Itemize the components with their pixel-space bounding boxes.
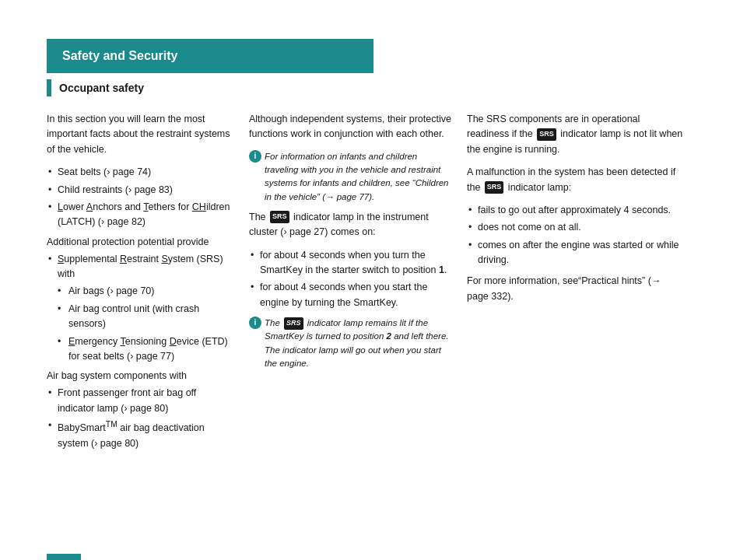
list-item: Seat belts (› page 74) — [47, 165, 233, 180]
middle-intro-para: Although independent systems, their prot… — [249, 112, 451, 142]
list-item: comes on after the engine was started or… — [467, 238, 685, 268]
section-accent-bar — [47, 79, 51, 96]
intro-para: In this section you will learn the most … — [47, 112, 233, 157]
col-middle: Although independent systems, their prot… — [249, 112, 467, 457]
content-area: In this section you will learn the most … — [47, 112, 747, 457]
list-item: Air bags (› page 70) — [47, 284, 233, 299]
right-para-3: For more information, see“Practical hint… — [467, 274, 685, 304]
supplemental-list: Supplemental Restraint System (SRS) with… — [47, 252, 233, 365]
airbag-list: Front passenger front air bag off indica… — [47, 386, 233, 451]
additional-label: Additional protection potential provide — [47, 236, 233, 247]
page-number-box: 68 — [47, 554, 81, 560]
section-heading-row: Occupant safety — [47, 79, 747, 96]
list-item: Air bag control unit (with crash sensors… — [47, 302, 233, 332]
info-block-1: i For information on infants and childre… — [249, 150, 451, 204]
list-item: does not come on at all. — [467, 220, 685, 235]
section-heading: Occupant safety — [59, 82, 144, 94]
col-left: In this section you will learn the most … — [47, 112, 249, 457]
right-para-1: The SRS components are in operational re… — [467, 112, 685, 157]
right-bullet-list: fails to go out after approximately 4 se… — [467, 203, 685, 268]
info-block-2: i The SRS indicator lamp remains lit if … — [249, 317, 451, 370]
list-item: Front passenger front air bag off indica… — [47, 386, 233, 416]
indicator-para: The SRS indicator lamp in the instrument… — [249, 210, 451, 240]
list-item: Supplemental Restraint System (SRS) with — [47, 252, 233, 282]
middle-bullet-list: for about 4 seconds when you turn the Sm… — [249, 248, 451, 311]
info-icon: i — [249, 150, 261, 163]
airbag-label: Air bag system components with — [47, 370, 233, 381]
page-container: Safety and Security Occupant safety In t… — [0, 39, 747, 560]
info-note-2-text: The SRS indicator lamp remains lit if th… — [265, 317, 451, 370]
srs-badge-3: SRS — [537, 128, 556, 141]
col-right: The SRS components are in operational re… — [467, 112, 685, 457]
srs-badge-4: SRS — [485, 181, 504, 194]
list-item: BabySmartTM air bag deactivation system … — [47, 418, 233, 451]
info-icon-2: i — [249, 317, 261, 329]
list-item: for about 4 seconds when you start the e… — [249, 280, 451, 310]
info-note-text: For information on infants and children … — [265, 150, 451, 204]
header-title: Safety and Security — [62, 49, 178, 63]
list-item: Child restraints (› page 83) — [47, 183, 233, 198]
list-item: Emergency Tensioning Device (ETD) for se… — [47, 334, 233, 365]
srs-badge: SRS — [270, 211, 289, 223]
srs-badge-2: SRS — [284, 317, 303, 330]
list-item: Lower Anchors and Tethers for CHildren (… — [47, 200, 233, 230]
header-bar: Safety and Security — [47, 39, 374, 73]
right-para-2: A malfunction in the system has been det… — [467, 165, 685, 195]
list-item: fails to go out after approximately 4 se… — [467, 203, 685, 218]
list-item: for about 4 seconds when you turn the Sm… — [249, 248, 451, 278]
primary-bullet-list: Seat belts (› page 74) Child restraints … — [47, 165, 233, 230]
